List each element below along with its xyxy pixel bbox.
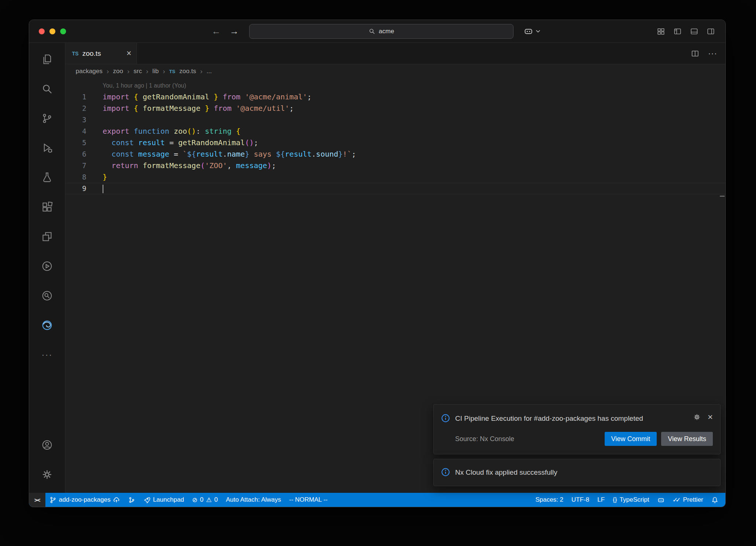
additional-views-button[interactable]: ···: [29, 340, 65, 369]
breadcrumb-overflow[interactable]: ...: [207, 68, 212, 75]
view-results-button[interactable]: View Results: [661, 432, 713, 446]
copilot-menu[interactable]: [524, 27, 540, 36]
spaces-label: Spaces: 2: [535, 496, 563, 504]
notification-source: Source: Nx Console: [455, 435, 514, 443]
typescript-file-icon: TS: [72, 51, 79, 57]
breadcrumb-item[interactable]: lib: [152, 68, 159, 75]
split-editor-icon[interactable]: [691, 50, 699, 57]
language-label: TypeScript: [619, 496, 649, 504]
titlebar: ← → acme: [29, 20, 725, 43]
toggle-secondary-sidebar-icon[interactable]: [707, 28, 715, 35]
command-center-search[interactable]: acme: [249, 24, 513, 39]
sidebar-item-edge-devtools[interactable]: [29, 310, 65, 340]
remote-explorer-icon: [41, 231, 53, 243]
chevron-right-icon: ›: [127, 67, 130, 75]
line-number: 3: [65, 114, 103, 126]
sidebar-item-explorer[interactable]: [29, 44, 65, 74]
statusbar-copilot[interactable]: [653, 493, 669, 507]
bell-icon: [711, 496, 718, 504]
chevron-right-icon: ›: [163, 67, 165, 75]
view-commit-button[interactable]: View Commit: [605, 432, 657, 446]
tab-zoo-ts[interactable]: TS zoo.ts ×: [65, 43, 137, 64]
breadcrumb-file[interactable]: zoo.ts: [179, 68, 196, 75]
braces-icon: {}: [613, 496, 617, 504]
statusbar-auto-attach[interactable]: Auto Attach: Always: [222, 493, 285, 507]
line-number: 8: [65, 171, 103, 183]
source-control-graph-icon: [128, 496, 135, 504]
notification-close-icon[interactable]: ×: [708, 413, 713, 422]
sidebar-item-remote-explorer[interactable]: [29, 222, 65, 251]
code-line[interactable]: 4export function zoo(): string {: [65, 126, 725, 137]
notification-settings-icon[interactable]: [693, 413, 701, 421]
info-icon: [441, 414, 450, 423]
code-line[interactable]: 6 const message = `${result.name} says $…: [65, 149, 725, 160]
warning-count: 0: [214, 496, 218, 504]
accounts-button[interactable]: [29, 430, 65, 460]
notification-toast-ci-pipeline: CI Pipeline Execution for #add-zoo-packa…: [433, 404, 721, 454]
traffic-lights: [39, 28, 66, 34]
statusbar-language[interactable]: {} TypeScript: [609, 493, 653, 507]
editor-region: TS zoo.ts × ··· packages › zoo › src ›: [65, 43, 725, 493]
statusbar-source-control-graph[interactable]: [124, 493, 139, 507]
back-icon[interactable]: ←: [212, 26, 221, 37]
edge-devtools-icon: [41, 319, 53, 331]
zoom-window-button[interactable]: [60, 28, 66, 34]
sidebar-item-extensions[interactable]: [29, 192, 65, 222]
run-debug-icon: [41, 142, 53, 154]
code-line[interactable]: 8}: [65, 171, 725, 183]
breadcrumb-item[interactable]: packages: [76, 68, 103, 75]
cloud-upload-icon: [113, 496, 120, 504]
customize-layout-icon[interactable]: [657, 28, 665, 35]
sidebar-item-code-search[interactable]: [29, 281, 65, 310]
toggle-primary-sidebar-icon[interactable]: [673, 28, 682, 35]
line-number: 7: [65, 160, 103, 171]
breadcrumb-item[interactable]: zoo: [113, 68, 123, 75]
remote-indicator[interactable]: ><: [29, 493, 45, 507]
statusbar-encoding[interactable]: UTF-8: [567, 493, 593, 507]
close-window-button[interactable]: [39, 28, 45, 34]
code-line[interactable]: 7 return formatMessage('ZOO', message);: [65, 160, 725, 171]
close-tab-icon[interactable]: ×: [127, 49, 131, 58]
text-cursor: [103, 185, 103, 193]
statusbar-notifications[interactable]: [707, 493, 722, 507]
breadcrumb-item[interactable]: src: [134, 68, 142, 75]
code-line[interactable]: 3: [65, 114, 725, 126]
git-blame-annotation: You, 1 hour ago | 1 author (You): [103, 80, 186, 91]
vim-mode-label: -- NORMAL --: [289, 496, 327, 504]
code-line[interactable]: 2import { formatMessage } from '@acme/ut…: [65, 103, 725, 114]
search-icon: [41, 83, 53, 95]
code-line[interactable]: 9: [65, 183, 725, 194]
sidebar-item-run-circle[interactable]: [29, 251, 65, 281]
toggle-panel-icon[interactable]: [690, 28, 698, 35]
status-bar: >< add-zoo-packages Launchpad ⊘ 0 ⚠ 0 Au…: [29, 493, 725, 507]
gear-icon: [41, 468, 53, 481]
chevron-right-icon: ›: [146, 67, 148, 75]
forward-icon[interactable]: →: [230, 26, 239, 37]
error-count: 0: [200, 496, 203, 504]
info-icon: [441, 468, 450, 477]
statusbar-branch[interactable]: add-zoo-packages: [45, 493, 124, 507]
settings-button[interactable]: [29, 460, 65, 489]
overview-ruler-mark: [720, 196, 725, 197]
code-text: export function zoo(): string {: [103, 126, 240, 137]
sidebar-item-search[interactable]: [29, 74, 65, 103]
more-actions-icon[interactable]: ···: [708, 49, 717, 58]
line-number: 1: [65, 91, 103, 103]
minimize-window-button[interactable]: [49, 28, 55, 34]
sidebar-item-source-control[interactable]: [29, 103, 65, 133]
statusbar-problems[interactable]: ⊘ 0 ⚠ 0: [188, 493, 222, 507]
sidebar-item-run-debug[interactable]: [29, 133, 65, 163]
statusbar-indentation[interactable]: Spaces: 2: [531, 493, 567, 507]
code-line[interactable]: 1import { getRandomAnimal } from '@acme/…: [65, 91, 725, 103]
play-circle-icon: [41, 260, 53, 272]
statusbar-eol[interactable]: LF: [593, 493, 609, 507]
notification-center: CI Pipeline Execution for #add-zoo-packa…: [433, 404, 721, 486]
line-number: 4: [65, 126, 103, 137]
statusbar-formatter[interactable]: ✓✓ Prettier: [669, 493, 707, 507]
code-text: import { formatMessage } from '@acme/uti…: [103, 103, 294, 114]
sidebar-item-testing[interactable]: [29, 163, 65, 192]
code-line[interactable]: 5 const result = getRandomAnimal();: [65, 137, 725, 149]
code-text: const result = getRandomAnimal();: [103, 137, 258, 149]
statusbar-launchpad[interactable]: Launchpad: [139, 493, 188, 507]
statusbar-vim-mode[interactable]: -- NORMAL --: [285, 493, 331, 507]
